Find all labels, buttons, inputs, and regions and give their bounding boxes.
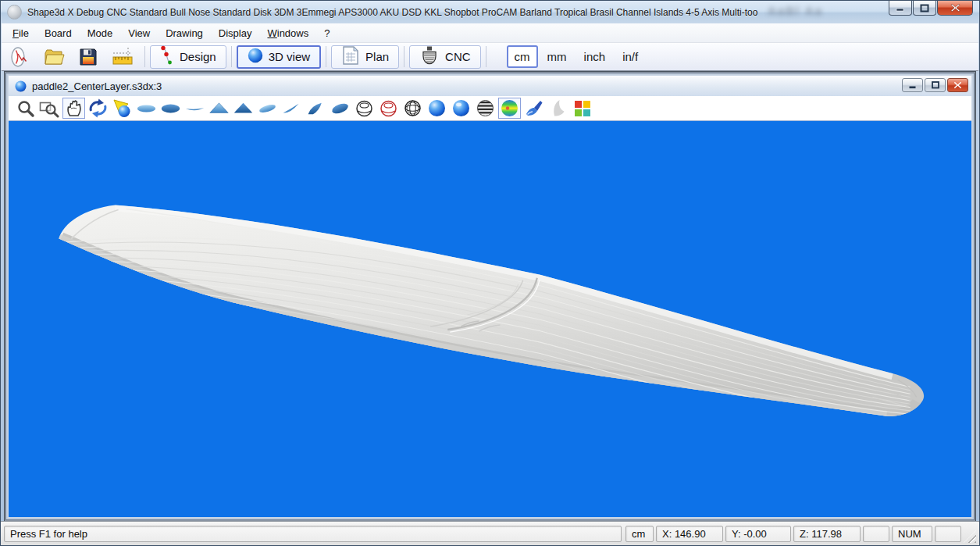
status-numlock-indicator: NUM [892, 526, 932, 542]
file-tools [5, 45, 137, 69]
cnc-tool-icon [419, 45, 440, 68]
render-smooth-icon[interactable] [450, 98, 472, 119]
status-blank-panel [863, 526, 889, 542]
light-source-icon[interactable] [111, 98, 134, 119]
render-wire-red-icon[interactable] [377, 98, 400, 119]
document-title: paddle2_CenterLayer.s3dx:3 [32, 80, 162, 92]
close-button[interactable] [937, 1, 973, 16]
mode-button-label: Design [180, 50, 216, 63]
resize-grip[interactable] [964, 530, 976, 543]
view-front-icon[interactable] [208, 98, 230, 119]
window-title: Shape3d X Debug CNC Standard Bull Nose S… [27, 7, 757, 18]
cnc-mode-button[interactable]: CNC [409, 45, 481, 69]
dimensions-ruler-icon[interactable] [109, 45, 137, 69]
status-bar: Press F1 for help cm X: 146.90 Y: -0.00 … [1, 521, 979, 545]
toolbar-separator [326, 46, 326, 67]
render-wire-white-icon[interactable] [353, 98, 376, 119]
render-stripes-icon[interactable] [474, 98, 497, 119]
view-back-icon[interactable] [232, 98, 255, 119]
title-bar[interactable]: Shape3d X Debug CNC Standard Bull Nose S… [1, 1, 979, 23]
menu-item-display[interactable]: Display [211, 25, 260, 41]
minimize-button[interactable] [889, 1, 912, 16]
color-squares-icon[interactable] [571, 98, 593, 119]
unit-cm[interactable]: cm [507, 45, 538, 68]
menu-item-view[interactable]: View [120, 25, 158, 41]
paint-brush-icon[interactable] [522, 98, 545, 119]
design-mode-button[interactable]: Design [150, 45, 226, 69]
sphere-3d-icon [248, 48, 263, 66]
render-mesh-icon[interactable] [401, 98, 424, 119]
app-icon [7, 5, 22, 20]
status-unit: cm [625, 526, 654, 542]
view-persp-profile-icon[interactable] [280, 98, 303, 119]
toolbar-separator [231, 46, 232, 67]
view-deck-icon[interactable] [135, 98, 158, 119]
aero-glass-bleed: AaBl Aa [768, 4, 823, 17]
menu-item-board[interactable]: Board [37, 25, 80, 41]
fin-icon [547, 98, 569, 119]
document-maximize-button[interactable] [925, 78, 946, 92]
menu-bar: FileBoardModeViewDrawingDisplayWindows? [2, 23, 978, 43]
mode-button-label: CNC [445, 50, 471, 63]
view-profile-icon[interactable] [184, 98, 206, 119]
document-icon [15, 80, 27, 92]
view-persp-sail-icon[interactable] [305, 98, 327, 119]
unit-inch[interactable]: inch [576, 45, 614, 68]
plan-mode-button[interactable]: Plan [331, 45, 399, 69]
open-folder-icon[interactable] [40, 45, 68, 69]
menu-item-[interactable]: ? [316, 25, 337, 41]
zoom-icon[interactable] [14, 98, 37, 119]
design-curve-icon [160, 45, 174, 68]
new-board-icon[interactable] [5, 45, 34, 69]
view-bottom-icon[interactable] [159, 98, 182, 119]
toolbar-separator [404, 46, 404, 67]
status-help-text: Press F1 for help [4, 526, 622, 542]
plan-sheet-icon [341, 45, 360, 68]
status-x-coordinate: X: 146.90 [656, 526, 723, 542]
menu-item-drawing[interactable]: Drawing [158, 25, 211, 41]
application-window: Shape3d X Debug CNC Standard Bull Nose S… [0, 0, 980, 546]
document-minimize-button[interactable] [902, 78, 923, 92]
unit-mm[interactable]: mm [540, 45, 575, 68]
status-z-coordinate: Z: 117.98 [793, 526, 861, 542]
render-rainbow-icon[interactable] [498, 98, 521, 119]
unit-selector: cmmminchin/f [507, 45, 647, 68]
viewport-3d[interactable] [9, 121, 971, 517]
paddle-board-3d-render [9, 121, 971, 517]
status-blank-panel [935, 526, 961, 542]
mdi-client-area: paddle2_CenterLayer.s3dx:3 [4, 71, 976, 522]
mode-button-label: 3D view [269, 50, 310, 63]
main-toolbar: Design3D viewPlanCNC cmmminchin/f [2, 43, 978, 71]
pan-hand-icon[interactable] [62, 98, 85, 119]
menu-item-windows[interactable]: Windows [259, 25, 316, 41]
unit-in-f[interactable]: in/f [615, 45, 646, 68]
document-close-button[interactable] [947, 78, 968, 92]
document-window-controls [902, 78, 968, 92]
view-toolbar [9, 96, 971, 121]
document-title-bar[interactable]: paddle2_CenterLayer.s3dx:3 [9, 76, 971, 96]
toolbar-separator [144, 46, 145, 67]
toolbar-separator [486, 46, 486, 67]
zoom-window-icon[interactable] [38, 98, 61, 119]
mode-buttons: Design3D viewPlanCNC [148, 45, 483, 69]
document-window: paddle2_CenterLayer.s3dx:3 [5, 73, 975, 520]
maximize-button[interactable] [913, 1, 936, 16]
rotate-3d-icon[interactable] [87, 98, 109, 119]
mode-button-label: Plan [365, 50, 389, 63]
3d-view-mode-button[interactable]: 3D view [237, 45, 321, 69]
view-persp-bottom-icon[interactable] [329, 98, 351, 119]
render-solid-icon[interactable] [426, 98, 448, 119]
status-y-coordinate: Y: -0.00 [725, 526, 791, 542]
window-controls [888, 1, 973, 16]
menu-item-file[interactable]: File [5, 25, 37, 41]
save-disk-icon[interactable] [74, 45, 102, 69]
view-persp-deck-icon[interactable] [256, 98, 279, 119]
menu-item-mode[interactable]: Mode [80, 25, 121, 41]
